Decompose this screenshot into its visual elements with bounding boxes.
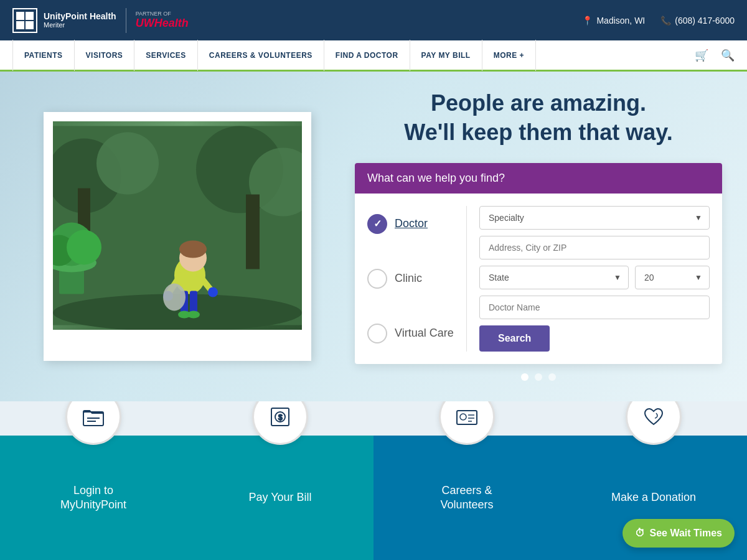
hero-image-area [25,100,330,373]
search-btn-row: Search [479,325,710,352]
svg-point-24 [179,241,207,258]
logo-text: UnityPoint Health Meriter [44,11,116,30]
nav-pay-bill[interactable]: PAY MY BILL [410,40,482,71]
nav-visitors[interactable]: VISITORS [75,40,135,71]
virtual-care-radio[interactable] [367,324,387,343]
doctor-radio[interactable] [367,214,387,234]
search-body: Doctor Clinic Virtual Care [355,194,722,364]
doctor-name-input[interactable] [479,296,710,319]
address-row [479,236,710,259]
nav-patients[interactable]: PATIENTS [12,40,75,71]
doctor-label: Doctor [395,217,428,230]
wait-times-button[interactable]: ⏱ See Wait Times [622,519,735,548]
search-options: Doctor Clinic Virtual Care [367,206,467,352]
phone-display: 📞 (608) 417-6000 [660,16,735,26]
location-pin-icon: 📍 [582,16,593,26]
svg-point-13 [67,230,101,265]
bill-icon: $ [268,404,293,429]
nav-services[interactable]: SERVICES [134,40,197,71]
uw-health-text: UWHealth [136,17,189,30]
main-nav: PATIENTS VISITORS SERVICES CAREERS & VOL… [0,40,747,72]
doctor-name-row [479,296,710,319]
svg-point-22 [208,287,218,297]
folder-icon [81,404,106,429]
search-panel: What can we help you find? Doctor Clinic… [355,163,722,364]
card-pay-bill[interactable]: $ Pay Your Bill [187,401,374,560]
uw-health-logo: PARTNER OF UWHealth [136,11,189,30]
distance-wrapper: 20 ▼ [635,266,710,289]
state-select[interactable]: State [479,266,629,289]
hero-content: People are amazing. We'll keep them that… [330,89,722,384]
hero-headline-line1: People are amazing. [355,89,722,118]
hero-headline: People are amazing. We'll keep them that… [355,89,722,147]
hero-headline-line2: We'll keep them that way. [355,118,722,147]
pay-bill-label: Pay Your Bill [242,484,317,511]
nav-icons: 🛒 🔍 [695,49,735,62]
virtual-care-label: Virtual Care [395,327,454,340]
distance-select[interactable]: 20 [635,266,710,289]
nav-careers[interactable]: CAREERS & VOLUNTEERS [198,40,324,71]
card-careers[interactable]: Careers &Volunteers [374,401,560,560]
pay-bill-card-body[interactable]: Pay Your Bill [187,436,374,560]
svg-rect-6 [246,195,260,269]
divider [126,8,126,33]
heart-icon [641,404,666,429]
nav-more[interactable]: MORE + [482,40,536,71]
search-icon-button[interactable]: 🔍 [721,49,735,62]
svg-point-18 [187,311,200,319]
logo-icon [12,8,37,33]
hero-illustration [53,121,302,330]
hero-section: People are amazing. We'll keep them that… [0,72,747,401]
option-clinic[interactable]: Clinic [367,269,454,289]
option-doctor[interactable]: Doctor [367,214,454,234]
brand-name: UnityPoint Health [44,11,116,22]
donation-label: Make a Donation [605,484,702,511]
clinic-label: Clinic [395,272,422,285]
careers-label: Careers &Volunteers [434,477,499,519]
careers-card-body[interactable]: Careers &Volunteers [374,436,560,560]
login-label: Login toMyUnityPoint [54,477,133,519]
location-display: 📍 Madison, WI [582,16,645,26]
logo-area: UnityPoint Health Meriter PARTNER OF UWH… [12,8,189,33]
search-button[interactable]: Search [479,325,550,352]
card-login[interactable]: Login toMyUnityPoint [0,401,187,560]
carousel-dot-1[interactable] [521,373,529,381]
carousel-dot-3[interactable] [548,373,556,381]
search-panel-header: What can we help you find? [355,163,722,194]
svg-point-25 [163,284,186,311]
photo-frame [44,112,311,361]
specialty-row: Specialty ▼ [479,206,710,230]
photo-inner [53,121,302,330]
cart-icon-button[interactable]: 🛒 [695,49,708,62]
option-virtual-care[interactable]: Virtual Care [367,324,454,343]
search-fields: Specialty ▼ State ▼ [479,206,710,352]
top-header: UnityPoint Health Meriter PARTNER OF UWH… [0,0,747,40]
partner-of-label: PARTNER OF [136,11,189,17]
svg-point-33 [460,414,466,420]
brand-sub: Meriter [44,21,116,29]
carousel-dots [355,364,722,384]
header-right: 📍 Madison, WI 📞 (608) 417-6000 [582,16,735,26]
clinic-radio[interactable] [367,269,387,289]
id-card-icon [454,404,479,429]
specialty-wrapper: Specialty ▼ [479,206,710,230]
svg-point-2 [96,133,159,195]
specialty-select[interactable]: Specialty [479,206,710,230]
wait-times-label: See Wait Times [650,528,723,539]
phone-icon: 📞 [660,16,671,26]
state-wrapper: State ▼ [479,266,629,289]
state-distance-row: State ▼ 20 ▼ [479,266,710,289]
address-input[interactable] [479,236,710,259]
location-text: Madison, WI [596,16,645,26]
logo-box: UnityPoint Health Meriter [12,8,116,33]
clock-icon: ⏱ [635,528,645,539]
nav-find-doctor[interactable]: FIND A DOCTOR [324,40,410,71]
carousel-dot-2[interactable] [535,373,542,381]
phone-number: (608) 417-6000 [675,16,735,26]
svg-text:$: $ [278,413,283,422]
login-card-body[interactable]: Login toMyUnityPoint [0,436,187,560]
